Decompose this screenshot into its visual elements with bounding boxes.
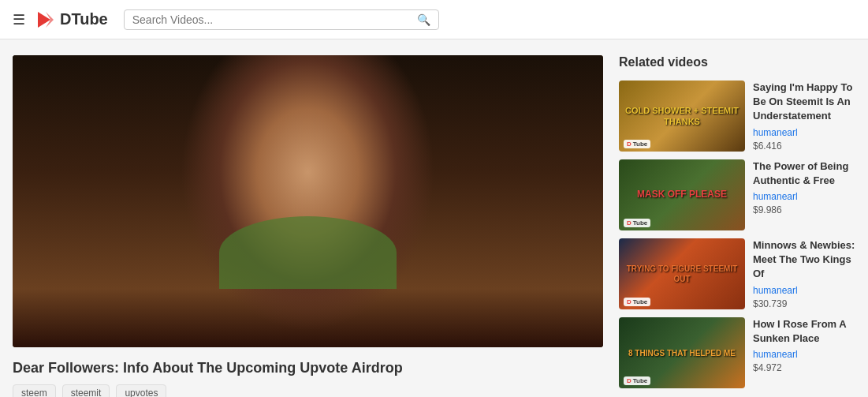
related-price-1: $6.416 (753, 140, 855, 152)
video-thumbnail (13, 55, 603, 347)
related-video-title-3: Minnows & Newbies: Meet The Two Kings Of (753, 238, 855, 282)
related-info-1: Saying I'm Happy To Be On Steemit Is An … (753, 81, 855, 152)
video-section: Dear Followers: Info About The Upcoming … (13, 55, 603, 397)
search-bar: 🔍 (124, 9, 439, 30)
related-section: Related videos COLD SHOWER + STEEMIT THA… (619, 55, 855, 397)
related-list: COLD SHOWER + STEEMIT THANKS DTube Sayin… (619, 81, 855, 388)
related-thumb-4: 8 THINGS THAT HELPED ME DTube (619, 317, 745, 388)
related-price-2: $9.986 (753, 204, 855, 215)
related-thumb-text-1: COLD SHOWER + STEEMIT THANKS (624, 105, 740, 128)
related-author-1[interactable]: humanearl (753, 127, 855, 138)
related-thumb-2: MASK OFF PLEASE DTube (619, 159, 745, 230)
related-thumb-text-3: TRYING TO FIGURE STEEMIT OUT (624, 264, 740, 284)
video-person-visual (13, 55, 603, 347)
related-video-title-4: How I Rose From A Sunken Place (753, 317, 855, 346)
tags-container: steem steemit upvotes (13, 384, 603, 397)
search-input[interactable] (132, 13, 417, 26)
logo-link[interactable]: DTube (35, 9, 108, 31)
tag-steem[interactable]: steem (13, 384, 56, 397)
related-thumb-text-4: 8 THINGS THAT HELPED ME (628, 348, 736, 358)
related-author-4[interactable]: humanearl (753, 349, 855, 360)
logo-text: DTube (60, 10, 108, 28)
related-video-title-2: The Power of Being Authentic & Free (753, 159, 855, 188)
dtube-badge-4: DTube (624, 376, 650, 385)
dtube-logo-icon (35, 9, 57, 31)
dtube-badge-3: DTube (624, 298, 650, 306)
related-title: Related videos (619, 55, 855, 69)
dtube-badge-2: DTube (624, 219, 650, 227)
tag-upvotes[interactable]: upvotes (116, 384, 166, 397)
related-item[interactable]: MASK OFF PLEASE DTube The Power of Being… (619, 159, 855, 230)
related-info-3: Minnows & Newbies: Meet The Two Kings Of… (753, 238, 855, 309)
video-title: Dear Followers: Info About The Upcoming … (13, 360, 603, 376)
hamburger-menu-icon[interactable]: ☰ (13, 11, 25, 28)
related-item[interactable]: COLD SHOWER + STEEMIT THANKS DTube Sayin… (619, 81, 855, 152)
related-author-3[interactable]: humanearl (753, 285, 855, 296)
related-price-4: $4.972 (753, 362, 855, 373)
video-player[interactable] (13, 55, 603, 347)
search-icon[interactable]: 🔍 (417, 13, 430, 26)
related-thumb-3: TRYING TO FIGURE STEEMIT OUT DTube (619, 238, 745, 309)
svg-marker-0 (38, 12, 50, 28)
related-price-3: $30.739 (753, 298, 855, 309)
related-video-title-1: Saying I'm Happy To Be On Steemit Is An … (753, 81, 855, 124)
related-thumb-1: COLD SHOWER + STEEMIT THANKS DTube (619, 81, 745, 152)
related-item[interactable]: 8 THINGS THAT HELPED ME DTube How I Rose… (619, 317, 855, 388)
related-info-2: The Power of Being Authentic & Free huma… (753, 159, 855, 230)
tag-steemit[interactable]: steemit (62, 384, 110, 397)
dtube-badge-1: DTube (624, 140, 650, 148)
related-thumb-text-2: MASK OFF PLEASE (637, 189, 727, 201)
related-author-2[interactable]: humanearl (753, 191, 855, 202)
app-header: ☰ DTube 🔍 (0, 0, 868, 39)
related-item[interactable]: TRYING TO FIGURE STEEMIT OUT DTube Minno… (619, 238, 855, 309)
main-container: Dear Followers: Info About The Upcoming … (0, 39, 868, 397)
related-info-4: How I Rose From A Sunken Place humanearl… (753, 317, 855, 388)
